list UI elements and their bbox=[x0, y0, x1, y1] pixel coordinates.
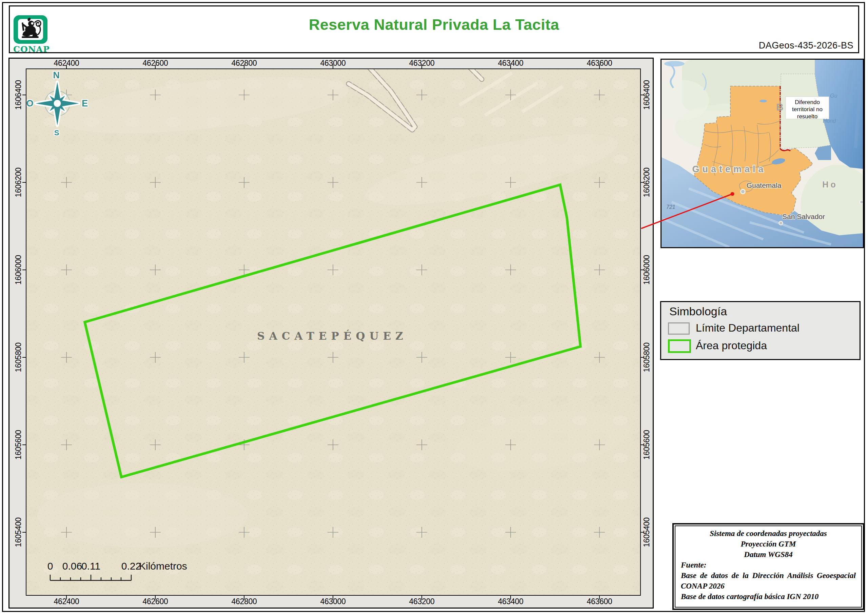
guatemala-country-label: Guatemala bbox=[692, 164, 766, 174]
scale-label-022: 0.22 bbox=[122, 560, 141, 571]
grid-tick bbox=[244, 65, 245, 69]
grid-tick bbox=[640, 532, 644, 532]
grid-tick bbox=[640, 95, 644, 95]
grid-tick bbox=[599, 596, 600, 599]
legend-title: Simbología bbox=[669, 305, 727, 318]
source-line-3: Base de datos cartografía básica IGN 201… bbox=[681, 591, 856, 602]
compass-o-label: O bbox=[27, 98, 34, 108]
protected-area-swatch bbox=[668, 339, 691, 353]
grid-tick bbox=[66, 596, 67, 599]
sea-label-gu: Gu bbox=[830, 93, 837, 99]
map-title: Reserva Natural Privada La Tacita bbox=[10, 16, 858, 34]
scale-label-006: 0.06 bbox=[62, 560, 82, 571]
belize-label-partial: B bbox=[776, 101, 784, 112]
sea-label-hond: Hond bbox=[823, 118, 836, 124]
guatemala-city-dot bbox=[741, 189, 745, 194]
crs-line: Sistema de coordenadas proyectadas bbox=[681, 528, 856, 539]
grid-tick bbox=[155, 65, 156, 69]
grid-tick bbox=[333, 596, 333, 599]
metadata-inner: Sistema de coordenadas proyectadas Proye… bbox=[675, 526, 862, 607]
departmental-boundary-swatch bbox=[668, 322, 690, 335]
main-map: SACATEPÉQUEZ bbox=[26, 69, 641, 596]
grid-coordinate-label: 1606400 bbox=[14, 71, 22, 119]
source-line-1: Base de datos de la Dirección Análisis G… bbox=[681, 570, 856, 581]
legend-item-label: Límite Departamental bbox=[696, 322, 799, 334]
grid-tick bbox=[422, 65, 422, 69]
compass-n-label: N bbox=[53, 70, 60, 80]
map-canvas: SACATEPÉQUEZ bbox=[27, 69, 640, 595]
compass-e-label: E bbox=[82, 98, 88, 108]
legend-item-label: Área protegida bbox=[696, 339, 767, 352]
grid-tick bbox=[22, 270, 26, 270]
honduras-label-partial: Ho bbox=[822, 180, 837, 189]
grid-coordinate-label: 1606200 bbox=[14, 159, 22, 206]
map-sheet: CONAP Reserva Natural Privada La Tacita … bbox=[0, 0, 868, 615]
main-map-frame: SACATEPÉQUEZ bbox=[8, 58, 654, 609]
grid-tick bbox=[22, 95, 26, 95]
depth-label: 721 bbox=[666, 204, 675, 210]
grid-coordinate-label: 1605800 bbox=[14, 334, 22, 381]
grid-tick bbox=[640, 357, 644, 357]
diferendo-line-3: resuelto bbox=[797, 113, 818, 120]
header: CONAP Reserva Natural Privada La Tacita … bbox=[9, 5, 859, 53]
san-salvador-dot bbox=[779, 222, 783, 225]
source-line-2: CONAP 2026 bbox=[681, 581, 856, 591]
metadata-box: Sistema de coordenadas proyectadas Proye… bbox=[672, 523, 864, 610]
diferendo-line-2: territorial no bbox=[792, 106, 823, 112]
grid-tick bbox=[66, 65, 67, 69]
scale-unit-label: Kilómetros bbox=[139, 560, 187, 571]
san-salvador-label: San Salvador bbox=[782, 212, 825, 220]
conap-wordmark: CONAP bbox=[13, 44, 48, 54]
grid-tick bbox=[22, 532, 26, 532]
grid-tick bbox=[640, 270, 644, 270]
legend: Simbología Límite Departamental Área pro… bbox=[660, 301, 860, 360]
scale-label-0: 0 bbox=[47, 560, 53, 571]
document-code: DAGeos-435-2026-BS bbox=[759, 41, 854, 51]
inset-locator-map: B Diferendo territorial no resuelto Guat… bbox=[660, 59, 864, 248]
compass-s-label: S bbox=[54, 128, 59, 137]
grid-coordinate-label: 1605600 bbox=[14, 421, 22, 468]
grid-tick bbox=[422, 596, 422, 599]
grid-tick bbox=[22, 182, 26, 183]
grid-tick bbox=[510, 65, 511, 69]
guatemala-city-label: Guatemala bbox=[746, 181, 782, 189]
grid-tick bbox=[22, 357, 26, 357]
grid-tick bbox=[244, 596, 245, 599]
inset-canvas: B Diferendo territorial no resuelto Guat… bbox=[662, 60, 863, 247]
diferendo-callout: Diferendo territorial no resuelto bbox=[785, 97, 829, 120]
grid-tick bbox=[599, 65, 600, 69]
fuente-label: Fuente: bbox=[681, 560, 856, 570]
city-dot-edge bbox=[860, 200, 863, 204]
datum-line: Datum WGS84 bbox=[681, 549, 856, 560]
grid-coordinate-label: 1605400 bbox=[14, 509, 22, 556]
projection-line: Proyección GTM bbox=[681, 539, 856, 549]
department-label: SACATEPÉQUEZ bbox=[257, 329, 407, 342]
scale-label-011: 0.11 bbox=[81, 560, 100, 571]
grid-tick bbox=[510, 596, 511, 599]
grid-tick bbox=[640, 182, 644, 183]
grid-tick bbox=[22, 445, 26, 445]
grid-coordinate-label: 1606000 bbox=[14, 246, 22, 293]
diferendo-line-1: Diferendo bbox=[795, 99, 820, 105]
grid-tick bbox=[333, 65, 333, 69]
grid-tick bbox=[640, 445, 644, 445]
grid-tick bbox=[155, 596, 156, 599]
